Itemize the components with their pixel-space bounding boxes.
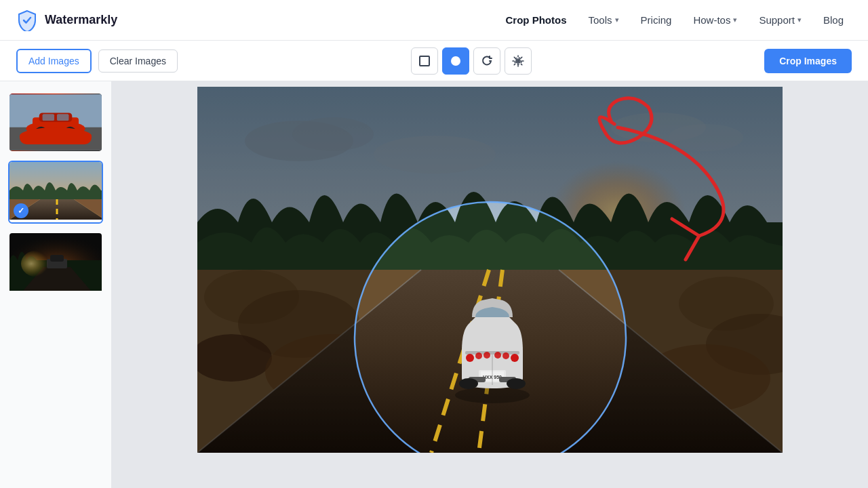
svg-rect-10: [43, 114, 54, 121]
svg-point-1: [451, 56, 460, 66]
svg-rect-0: [420, 56, 429, 66]
nav-item-blog[interactable]: Blog: [815, 10, 852, 30]
logo-text: Watermarkly: [45, 13, 117, 27]
night-car-illustration: [9, 233, 103, 291]
svg-point-12: [35, 127, 47, 138]
header: Watermarkly Crop Photos Tools ▾ Pricing …: [0, 0, 868, 41]
svg-point-15: [67, 129, 74, 136]
tools-chevron-icon: ▾: [615, 16, 619, 24]
nav-item-crop-photos[interactable]: Crop Photos: [498, 10, 575, 30]
main-nav: Crop Photos Tools ▾ Pricing How-tos ▾ Su…: [498, 10, 852, 30]
svg-point-26: [21, 250, 55, 277]
nav-item-pricing[interactable]: Pricing: [633, 10, 680, 30]
nav-item-support[interactable]: Support ▾: [751, 10, 810, 30]
add-images-button[interactable]: Add Images: [16, 49, 92, 73]
rect-icon: [418, 54, 431, 68]
crop-tool-buttons: [411, 47, 532, 75]
toolbar-left: Add Images Clear Images: [16, 49, 178, 73]
image-sidebar: ✓: [0, 81, 112, 488]
svg-rect-11: [57, 114, 68, 121]
rotate-icon: [480, 54, 494, 68]
red-car-illustration: [9, 94, 102, 151]
thumbnail-road[interactable]: ✓: [8, 161, 103, 224]
rotate-button[interactable]: [473, 47, 500, 75]
thumbnail-night-car-image: [9, 233, 102, 293]
clear-images-button[interactable]: Clear Images: [98, 49, 178, 73]
crop-images-button[interactable]: Crop Images: [764, 49, 852, 73]
image-canvas: HXX 950: [197, 87, 783, 453]
circle-icon: [449, 54, 462, 68]
nav-item-tools[interactable]: Tools ▾: [580, 10, 627, 30]
main-content: ✓: [0, 81, 868, 488]
circle-crop-button[interactable]: [442, 47, 469, 75]
settings-icon: [511, 54, 525, 68]
logo-area: Watermarkly: [16, 9, 117, 31]
advanced-settings-button[interactable]: [505, 47, 532, 75]
shield-icon: [16, 9, 38, 31]
thumbnail-red-car-image: [9, 94, 102, 151]
thumbnail-night-car[interactable]: [8, 232, 103, 295]
svg-rect-66: [197, 87, 783, 453]
nav-item-how-tos[interactable]: How-tos ▾: [685, 10, 745, 30]
main-image: HXX 950: [197, 87, 783, 453]
toolbar: Add Images Clear Images: [0, 41, 868, 81]
svg-rect-6: [9, 127, 102, 150]
support-chevron-icon: ▾: [797, 16, 802, 24]
canvas-area[interactable]: HXX 950: [112, 81, 868, 488]
selected-checkmark: ✓: [14, 203, 28, 218]
how-tos-chevron-icon: ▾: [733, 16, 737, 24]
svg-point-13: [38, 129, 45, 136]
rect-crop-button[interactable]: [411, 47, 438, 75]
svg-point-14: [64, 127, 76, 138]
svg-point-3: [517, 60, 519, 62]
thumbnail-red-car[interactable]: [8, 92, 103, 152]
